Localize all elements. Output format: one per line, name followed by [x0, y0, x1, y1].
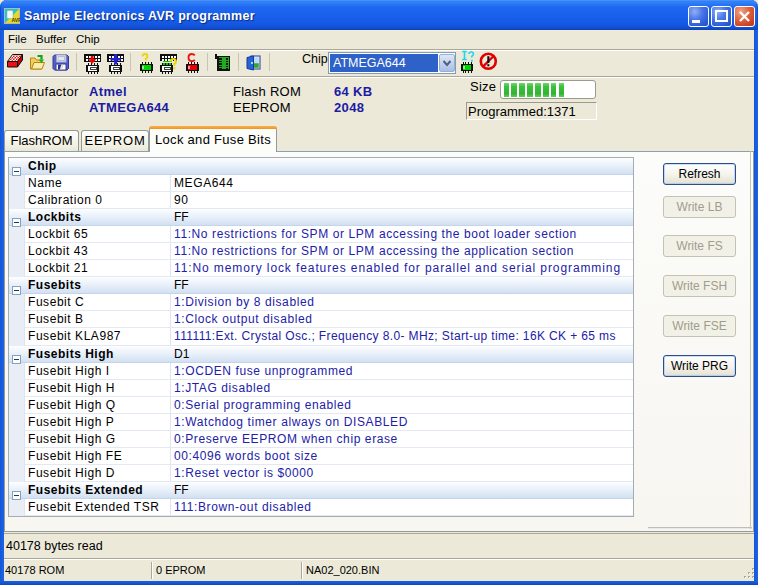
svg-text:AVR: AVR	[12, 17, 21, 23]
